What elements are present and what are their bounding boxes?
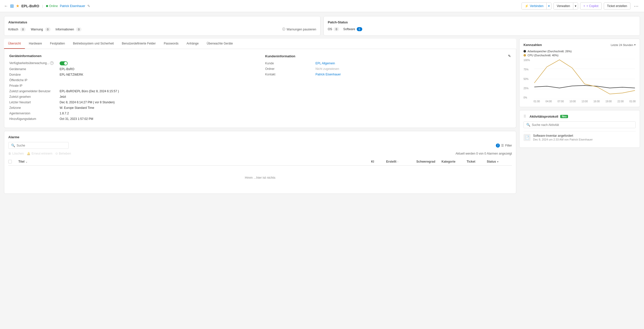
aktivitat-search-input[interactable] (532, 123, 633, 127)
alarm-item-informationen: Informationen 0 (56, 27, 82, 31)
device-title: EPL-BsRO (21, 4, 39, 8)
last-restart-label: Letzter Neustart (9, 101, 60, 104)
beheben-button: ⊙ Beheben (55, 152, 71, 155)
two-col-layout: Geräteinformationen Verfügbarkeitsüberwa… (9, 54, 511, 123)
alarm-items: Kritisch 0 Warnung 0 Informationen 0 (8, 27, 282, 31)
ticket-button[interactable]: Ticket erstellen (604, 3, 630, 10)
sort-created-icon: ↑ (397, 160, 398, 163)
filter-badge: 2 (496, 144, 500, 148)
select-all-checkbox[interactable] (8, 160, 12, 163)
back-button[interactable]: ← (4, 4, 8, 8)
availability-toggle[interactable] (60, 61, 68, 65)
kunden-info-title: Kundeninformation ✎ (265, 54, 511, 58)
activity-icon-0: 📄 (524, 134, 531, 141)
tab-betriebssystem[interactable]: Betriebssystem und Sicherheit (69, 39, 118, 49)
star-icon[interactable]: ★ (16, 4, 19, 8)
filter-button[interactable]: 2 ☰ Filter (496, 144, 512, 148)
tab-passwords[interactable]: Passwords (160, 39, 183, 49)
info-row-timezone: Zeitzone W. Europe Standard Time (9, 106, 255, 110)
informationen-label: Informationen (56, 28, 74, 31)
geraet-info-title: Geräteinformationen (9, 54, 255, 58)
kontakt-label: Kontakt (265, 73, 315, 76)
edit-user-icon[interactable]: ✎ (87, 4, 90, 8)
content-area: Übersicht Hardware Festplatten Betriebss… (4, 39, 640, 194)
activity-meta-0: Dec 9, 2024 um 2:33 AM von Patrick Eisen… (533, 138, 593, 141)
col-check-header (8, 160, 18, 163)
alarm-status-text: Aktuell werden 0 von 0 Alarmen angezeigt (456, 152, 512, 155)
connect-button-group: ⚡ Verbinden ▾ (521, 3, 551, 10)
user-link[interactable]: Patrick Eisenhauer (60, 4, 85, 8)
info-row-geraetname: Gerätename EPL-BsRO (9, 67, 255, 71)
copilot-plus-icon: + (583, 4, 585, 8)
info-row-ordner: Ordner Nicht zugewiesen (265, 67, 511, 71)
alarme-section: Alarme 🔍 2 ☰ Filter 🗑 Löschen (4, 131, 516, 194)
chart-svg-container (534, 59, 636, 99)
col-created-header[interactable]: Erstellt ↑ (386, 160, 416, 163)
col-title-header[interactable]: Titel ⌄ (18, 160, 371, 163)
pause-warnings-button[interactable]: ⓘ Warnungen pausieren (282, 27, 316, 31)
loeschen-button: 🗑 Löschen (8, 152, 24, 155)
info-row-agent-version: Agentenversion 1.8.7.2 (9, 112, 255, 115)
status-row: Alarmstatus Kritisch 0 Warnung 0 Informa… (4, 16, 640, 36)
added-date-label: Hinzufügungsdatum (9, 117, 60, 121)
left-panel: Übersicht Hardware Festplatten Betriebss… (4, 39, 516, 194)
manage-button[interactable]: Verwalten (554, 3, 573, 9)
tab-festplatten[interactable]: Festplatten (46, 39, 69, 49)
copilot-button[interactable]: + + Copilot (580, 3, 602, 10)
info-row-domaene: Domäne EPL-NETZWERK (9, 73, 255, 76)
tab-hardware[interactable]: Hardware (25, 39, 46, 49)
activity-content-0: Software-Inventar angefordert Dec 9, 202… (533, 134, 593, 141)
info-row-added-date: Hinzufügungsdatum Oct 31, 2023 1:57:02 P… (9, 117, 255, 121)
info-row-kunde: Kunde EPL Allgemein (265, 62, 511, 65)
kunden-edit-icon[interactable]: ✎ (508, 54, 511, 58)
legend-ram-dot (524, 50, 526, 53)
kontakt-value[interactable]: Patrick Eisenhauer (315, 73, 341, 76)
geraetname-value: EPL-BsRO (60, 67, 74, 71)
last-seen-label: Zuletzt gesehen (9, 95, 60, 99)
chart-x-labels: 01:00 04:00 07:00 10:00 13:00 16:00 19:0… (534, 100, 636, 103)
alarm-item-warnung: Warnung 0 (31, 27, 50, 31)
col-severity-header: Schweregrad (416, 160, 441, 163)
last-user-label: Zuletzt angemeldeter Benutzer (9, 89, 60, 93)
search-icon: 🔍 (11, 144, 15, 147)
manage-button-group: Verwalten ▾ (553, 3, 578, 10)
alarm-status-card: Alarmstatus Kritisch 0 Warnung 0 Informa… (4, 16, 320, 36)
status-expand-icon[interactable]: ▾ (497, 160, 498, 163)
help-icon[interactable]: ? (50, 61, 54, 65)
time-selector-button[interactable]: Letzte 24 Stunden ▾ (611, 43, 636, 46)
tab-anhaenge[interactable]: Anhänge (183, 39, 203, 49)
patch-status-card: Patch-Status OS 0 Software 6 (324, 16, 640, 36)
info-row-kontakt: Kontakt Patrick Eisenhauer (265, 73, 511, 76)
topbar-left: ← ⊞ ★ EPL-BsRO | Online Patrick Eisenhau… (4, 3, 518, 9)
added-date-value: Oct 31, 2023 1:57:02 PM (60, 117, 93, 121)
chart-y-labels: 100% 75% 50% 25% 0% (524, 59, 532, 99)
ordner-value: Nicht zugewiesen (315, 67, 339, 71)
kritisch-label: Kritisch (8, 28, 18, 31)
software-label: Software (343, 27, 355, 31)
tab-geraete[interactable]: Überwachte Geräte (203, 39, 237, 49)
chevron-down-icon: ▾ (634, 43, 636, 46)
tab-uebersicht[interactable]: Übersicht (4, 39, 25, 49)
connect-button[interactable]: ⚡ Verbinden (522, 3, 547, 9)
kennzahlen-card: Kennzahlen Letzte 24 Stunden ▾ Arbeitssp… (519, 39, 640, 107)
windows-icon: ⊞ (10, 3, 14, 9)
pause-icon: ⓘ (282, 27, 285, 31)
aktivitat-title: Aktivitätsprotokoll (530, 115, 558, 118)
alarme-search-box: 🔍 (8, 142, 69, 149)
toggle-switch[interactable] (60, 61, 68, 65)
more-button[interactable]: ⋯ (632, 2, 640, 10)
software-badge: 6 (357, 27, 362, 31)
timezone-label: Zeitzone (9, 106, 60, 110)
os-label: OS (328, 27, 332, 31)
legend-cpu: CPU (Durchschnitt: 40%) (524, 54, 636, 57)
info-row-last-seen: Zuletzt gesehen Jetzt (9, 95, 255, 99)
alarme-title: Alarme (8, 135, 512, 139)
connect-chevron[interactable]: ▾ (547, 3, 551, 9)
manage-chevron[interactable]: ▾ (573, 3, 578, 9)
kunde-label: Kunde (265, 62, 315, 65)
kunde-value[interactable]: EPL Allgemein (315, 62, 335, 65)
col-ticket-header: Ticket (467, 160, 487, 163)
chart-area: 100% 75% 50% 25% 0% (524, 59, 636, 99)
tab-benutzerdefiniert[interactable]: Benutzerdefinierte Felder (118, 39, 160, 49)
alarme-search-input[interactable] (17, 144, 66, 147)
